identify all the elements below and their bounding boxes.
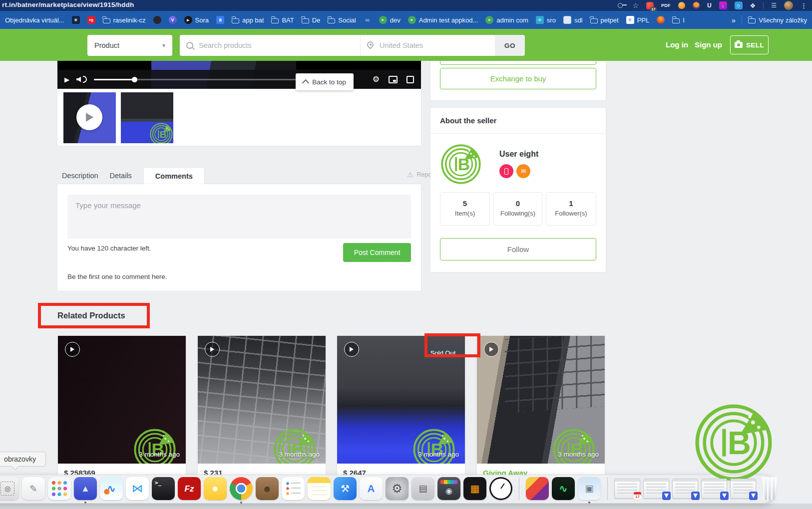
- contacts-icon[interactable]: ☻: [256, 477, 279, 500]
- reminders-icon[interactable]: [282, 477, 305, 500]
- search-field[interactable]: [180, 35, 360, 56]
- bookmark-item[interactable]: ≡PPL: [626, 16, 650, 24]
- media-app-icon[interactable]: [526, 477, 549, 500]
- follow-button[interactable]: Follow: [440, 238, 596, 260]
- category-dropdown[interactable]: Product ▾: [87, 35, 172, 56]
- reading-list-icon[interactable]: ☰: [771, 2, 777, 9]
- printer-icon[interactable]: ▤: [411, 477, 434, 500]
- trash-icon[interactable]: [759, 477, 779, 500]
- video-settings-icon[interactable]: ⚙: [373, 75, 380, 83]
- bookmark-item[interactable]: sdl: [563, 16, 583, 24]
- bookmark-item[interactable]: ≈sro: [536, 16, 556, 24]
- bookmark-item[interactable]: raselinik-cz: [103, 16, 146, 24]
- product-card[interactable]: B3 months agoGiving Away: [476, 335, 605, 486]
- volume-icon[interactable]: [76, 77, 81, 82]
- seller-avatar[interactable]: B: [440, 143, 482, 185]
- go-button[interactable]: GO: [495, 35, 525, 56]
- filezilla-icon[interactable]: Fz: [178, 477, 201, 500]
- terminal-icon[interactable]: >_: [152, 477, 175, 500]
- bookmark-item[interactable]: ▸dev: [379, 16, 401, 24]
- notes-icon[interactable]: [308, 477, 331, 500]
- photo-thumbnail[interactable]: B: [121, 92, 173, 143]
- download-extension-icon[interactable]: ↓: [719, 1, 727, 9]
- image-capture-icon[interactable]: ▣: [578, 477, 601, 500]
- tab-comments[interactable]: Comments: [143, 167, 205, 185]
- post-comment-button[interactable]: Post Comment: [343, 243, 411, 262]
- diamond-extension-icon[interactable]: ◇: [735, 1, 743, 9]
- bookmark-item[interactable]: V: [169, 16, 177, 24]
- bookmark-item[interactable]: ▸Admin test appkod...: [408, 16, 478, 24]
- calculator-icon[interactable]: ▦: [463, 477, 486, 500]
- tab-details[interactable]: Details: [110, 167, 132, 184]
- profile-avatar[interactable]: [784, 1, 793, 10]
- vscode-icon[interactable]: ⋈: [126, 477, 149, 500]
- video-progress-bar[interactable]: [94, 79, 320, 80]
- phone-contact-icon[interactable]: [499, 164, 513, 178]
- developer-tool-icon[interactable]: A: [360, 477, 383, 500]
- tab-description[interactable]: Description: [62, 167, 98, 184]
- photo-booth-icon[interactable]: ◉: [437, 477, 460, 500]
- search-input[interactable]: [198, 41, 354, 50]
- bookmark-item[interactable]: [657, 16, 665, 24]
- activity-monitor-icon[interactable]: ∿: [552, 477, 575, 500]
- pdf-extension-icon[interactable]: PDF: [661, 3, 671, 8]
- minimized-window[interactable]: [643, 479, 669, 499]
- fullscreen-icon[interactable]: [406, 76, 414, 83]
- chrome-icon[interactable]: [230, 477, 253, 500]
- bookmark-item[interactable]: petpet: [590, 16, 619, 24]
- bookmark-item[interactable]: ∞: [364, 16, 372, 24]
- partial-button[interactable]: [440, 61, 596, 65]
- bookmark-item[interactable]: [153, 16, 161, 24]
- clock-icon[interactable]: [489, 477, 512, 500]
- xcode-icon[interactable]: ⚒: [334, 477, 357, 500]
- login-link[interactable]: Log in: [666, 40, 688, 49]
- acrobat-extension-icon[interactable]: 17: [646, 2, 654, 9]
- screenshot-tool-icon[interactable]: ◎: [0, 477, 19, 500]
- whiteboard-app-icon[interactable]: ∿: [100, 477, 123, 500]
- blue-media-app-icon[interactable]: ▲: [74, 477, 97, 500]
- bookmark-item[interactable]: cg: [87, 16, 95, 24]
- minimized-window[interactable]: [672, 479, 698, 499]
- bookmark-item[interactable]: ✳: [72, 16, 80, 24]
- bookmark-star-icon[interactable]: ☆: [632, 2, 639, 9]
- minimized-window[interactable]: [701, 479, 727, 499]
- minimized-window[interactable]: 17: [614, 479, 640, 499]
- bookmark-item[interactable]: ▸Sora: [184, 16, 209, 24]
- seller-name[interactable]: User eight: [499, 150, 538, 159]
- signup-link[interactable]: Sign up: [695, 40, 722, 49]
- cyberduck-icon[interactable]: ●: [204, 477, 227, 500]
- bookmark-item[interactable]: BAT: [271, 16, 294, 24]
- launchpad-icon[interactable]: [48, 477, 71, 500]
- picture-in-picture-icon[interactable]: [389, 76, 398, 83]
- browser-menu-icon[interactable]: ⋮: [801, 2, 807, 9]
- bookmarks-overflow-chevron[interactable]: »: [732, 16, 736, 24]
- video-thumbnail[interactable]: [63, 92, 116, 143]
- video-player[interactable]: ▶ 50 ⚙: [57, 61, 421, 89]
- bookmark-item[interactable]: app bat: [232, 16, 264, 24]
- video-progress-knob[interactable]: [132, 77, 137, 82]
- textedit-icon[interactable]: ✎: [22, 477, 45, 500]
- product-card[interactable]: B3 months ago$ 258369: [57, 335, 186, 486]
- minimized-window[interactable]: [730, 479, 756, 499]
- location-input[interactable]: [379, 41, 488, 50]
- back-to-top-button[interactable]: Back to top: [296, 73, 354, 90]
- email-contact-icon[interactable]: ✉: [516, 164, 530, 178]
- sell-button[interactable]: SELL: [730, 35, 769, 54]
- bookmark-item[interactable]: ▸admin com: [485, 16, 528, 24]
- extensions-puzzle-icon[interactable]: ❖: [750, 2, 756, 9]
- u-extension-icon[interactable]: U: [707, 2, 712, 9]
- system-settings-icon[interactable]: ⚙: [386, 477, 408, 500]
- all-bookmarks[interactable]: Všechny záložky: [748, 16, 807, 24]
- bookmark-item[interactable]: De: [302, 16, 321, 24]
- bookmark-item[interactable]: Social: [328, 16, 356, 24]
- password-key-icon[interactable]: [618, 3, 623, 8]
- location-field[interactable]: [360, 35, 495, 56]
- url-bar[interactable]: rt.in/batner/marketplace/view/1915/hddh: [2, 1, 134, 8]
- product-card[interactable]: B3 months agoSold Out$ 2647: [337, 335, 465, 486]
- bookmark-item[interactable]: Objednávka virtuál...: [5, 16, 64, 24]
- play-icon[interactable]: ▶: [64, 76, 69, 83]
- flame-extension-icon[interactable]: [693, 2, 700, 9]
- product-card[interactable]: B3 months ago$ 231: [197, 335, 326, 486]
- bookmark-item[interactable]: I: [672, 16, 685, 24]
- exchange-to-buy-button[interactable]: Exchange to buy: [440, 68, 596, 89]
